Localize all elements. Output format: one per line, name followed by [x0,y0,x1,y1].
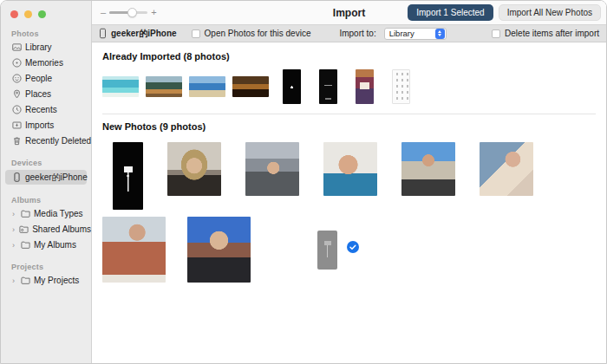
clock-icon [12,105,22,114]
open-photos-checkbox[interactable] [192,29,200,38]
iphone-icon [12,172,22,182]
sidebar-item-label: My Albums [34,240,76,250]
disclosure-chevron-icon[interactable]: › [12,210,17,218]
disclosure-chevron-icon[interactable]: › [12,241,17,250]
sidebar-item-label: My Projects [34,276,79,285]
thumbnail-palm-trees-beach[interactable] [146,76,182,97]
slider-thumb[interactable] [127,8,137,17]
sidebar-item-label: Memories [25,58,63,68]
new-photos-header: New Photos (9 photos) [102,121,596,132]
thumbnail-black-screenshot-text[interactable] [319,69,337,104]
sidebar-item-label: Library [25,42,52,52]
sidebar-item-label: Recently Deleted [25,136,91,146]
sidebar-item-my-albums[interactable]: › My Albums [1,238,91,251]
minimize-window-button[interactable] [24,10,32,18]
sidebar: Photos Library Memories People Places Re… [1,1,92,363]
selected-photo-cell [298,217,385,283]
thumbnail-woman-curly-hair[interactable] [480,142,533,196]
window-controls [1,1,91,18]
folder-icon [21,276,30,285]
thumbnail-white-keypad-screenshot[interactable] [392,69,410,104]
selected-checkmark-badge-icon [347,241,359,253]
disclosure-chevron-icon[interactable]: › [12,225,16,234]
thumbnail-blue-sea-beach[interactable] [189,76,225,97]
thumbnail-man-peace-sign-glasses[interactable] [401,142,455,196]
import-to-value: Library [389,29,414,38]
section-title: Projects [1,263,91,271]
sidebar-section-albums: Albums › Media Types › Shared Albums › M… [1,196,91,251]
thumbnail-zoom-slider[interactable]: – + [101,8,157,17]
section-title: Photos [1,29,91,38]
photo-icon [12,42,22,52]
thumbnail-man-sunglasses-selfie[interactable] [187,217,251,283]
sidebar-item-label: People [25,74,52,83]
sidebar-item-places[interactable]: Places [1,88,91,101]
face-icon [12,74,22,83]
shared-folder-icon [19,224,29,234]
sidebar-item-label: Recents [25,105,57,114]
delete-after-import-label: Delete items after import [505,29,599,38]
sidebar-item-label: Places [25,89,51,99]
sidebar-item-label: Media Types [34,209,83,218]
sidebar-item-recently-deleted[interactable]: Recently Deleted [1,134,91,147]
zoom-in-icon[interactable]: + [151,8,156,17]
import-to-label: Import to: [339,29,375,38]
iphone-icon [99,28,107,39]
thumbnail-woman-selfie-rocky-landscape[interactable] [245,142,299,196]
import-selected-button[interactable]: Import 1 Selected [408,4,493,21]
import-to-select[interactable]: Library [384,28,447,40]
main-area: – + Import Import 1 Selected Import All … [92,1,606,363]
thumbnail-connect-to-computer-screenshot[interactable] [113,142,143,210]
photos-app-window: Photos Library Memories People Places Re… [0,0,607,364]
section-title: Devices [1,159,91,167]
sidebar-item-people[interactable]: People [1,72,91,85]
new-photos-row-2 [102,217,596,283]
sidebar-section-photos: Photos Library Memories People Places Re… [1,29,91,147]
sidebar-item-device-iphone[interactable]: geeker的iPhone [5,170,87,185]
sidebar-item-my-projects[interactable]: › My Projects [1,274,91,287]
sidebar-section-devices: Devices geeker的iPhone [1,159,91,185]
thumbnail-teal-wave-beach[interactable] [102,76,139,97]
thumbnail-man-selfie-blue-shirt[interactable] [323,142,377,196]
sidebar-item-label: Imports [25,120,54,130]
thumbnail-woman-rust-jacket[interactable] [102,217,166,283]
sidebar-item-imports[interactable]: Imports [1,119,91,132]
delete-after-import-checkbox[interactable] [492,29,500,38]
map-pin-icon [12,89,22,99]
select-stepper-icon [435,29,445,39]
thumbnail-colorful-app-screenshot[interactable] [356,69,374,104]
close-window-button[interactable] [10,10,18,18]
thumbnail-gray-screenshot-selected[interactable] [317,231,337,270]
open-photos-label: Open Photos for this device [205,29,311,38]
import-content: Already Imported (8 photos) New Photos (… [92,42,606,363]
already-imported-strip [102,65,596,108]
disclosure-chevron-icon[interactable]: › [12,276,17,285]
section-divider [102,114,596,114]
import-all-button[interactable]: Import All New Photos [499,4,601,21]
sidebar-item-shared-albums[interactable]: › Shared Albums [1,223,91,236]
thumbnail-dark-sunset-beach[interactable] [232,76,269,97]
sidebar-section-projects: Projects › My Projects [1,263,91,287]
folder-icon [21,240,30,250]
zoom-out-icon[interactable]: – [101,8,106,17]
device-bar: geeker的iPhone Open Photos for this devic… [92,25,606,42]
toolbar-buttons: Import 1 Selected Import All New Photos [408,4,606,21]
sidebar-item-media-types[interactable]: › Media Types [1,207,91,220]
trash-icon [12,136,22,146]
already-imported-header: Already Imported (8 photos) [102,51,596,62]
section-title: Albums [1,196,91,205]
import-tray-icon [12,120,22,130]
thumbnail-blonde-woman-bookshelf[interactable] [167,142,221,196]
memories-icon [12,58,22,68]
device-name: geeker的iPhone [111,28,177,40]
toolbar: – + Import Import 1 Selected Import All … [92,1,606,25]
sidebar-item-label: Shared Albums [32,224,91,234]
sidebar-item-memories[interactable]: Memories [1,56,91,69]
sidebar-item-recents[interactable]: Recents [1,103,91,116]
sidebar-item-library[interactable]: Library [1,41,91,54]
sidebar-item-label: geeker的iPhone [25,172,88,184]
zoom-window-button[interactable] [38,10,46,18]
slider-track[interactable] [109,11,147,14]
thumbnail-black-screenshot-dot[interactable] [283,69,301,104]
folder-icon [21,209,30,218]
